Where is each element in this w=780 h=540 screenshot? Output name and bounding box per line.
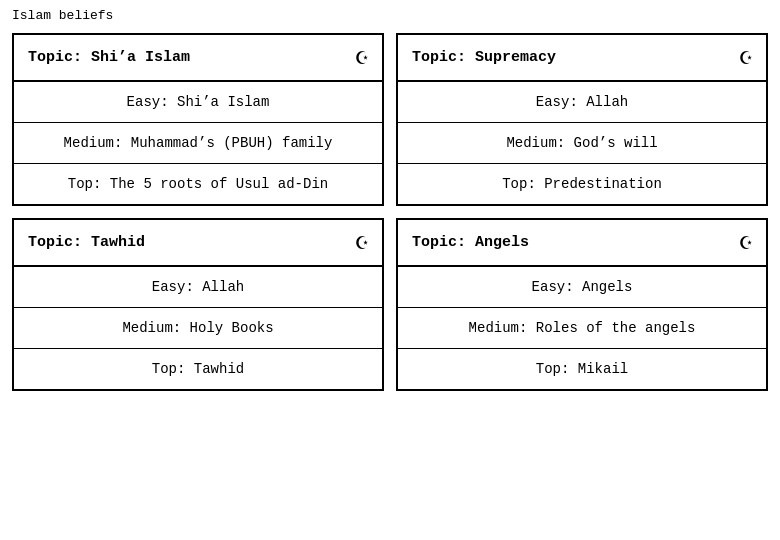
easy-row-shia-islam: Easy: Shi’a Islam xyxy=(14,82,382,123)
card-shia-islam: Topic: Shi’a Islam ☪ Easy: Shi’a Islam M… xyxy=(12,33,384,206)
easy-label-angels: Easy: Angels xyxy=(532,279,633,295)
easy-label-shia-islam: Easy: Shi’a Islam xyxy=(127,94,270,110)
top-label-shia-islam: Top: The 5 roots of Usul ad-Din xyxy=(68,176,328,192)
medium-row-angels: Medium: Roles of the angels xyxy=(398,308,766,349)
card-header-angels: Topic: Angels ☪ xyxy=(398,220,766,267)
crescent-star-icon-4: ☪ xyxy=(740,230,752,255)
topic-label-tawhid: Topic: Tawhid xyxy=(28,234,145,251)
card-supremacy: Topic: Supremacy ☪ Easy: Allah Medium: G… xyxy=(396,33,768,206)
card-header-shia-islam: Topic: Shi’a Islam ☪ xyxy=(14,35,382,82)
top-label-tawhid: Top: Tawhid xyxy=(152,361,244,377)
top-row-angels: Top: Mikail xyxy=(398,349,766,389)
top-label-supremacy: Top: Predestination xyxy=(502,176,662,192)
easy-label-supremacy: Easy: Allah xyxy=(536,94,628,110)
card-tawhid: Topic: Tawhid ☪ Easy: Allah Medium: Holy… xyxy=(12,218,384,391)
easy-row-supremacy: Easy: Allah xyxy=(398,82,766,123)
topic-label-supremacy: Topic: Supremacy xyxy=(412,49,556,66)
card-angels: Topic: Angels ☪ Easy: Angels Medium: Rol… xyxy=(396,218,768,391)
top-label-angels: Top: Mikail xyxy=(536,361,628,377)
top-row-tawhid: Top: Tawhid xyxy=(14,349,382,389)
page-title: Islam beliefs xyxy=(12,8,768,23)
top-row-shia-islam: Top: The 5 roots of Usul ad-Din xyxy=(14,164,382,204)
medium-label-supremacy: Medium: God’s will xyxy=(506,135,657,151)
crescent-star-icon-3: ☪ xyxy=(356,230,368,255)
crescent-star-icon-2: ☪ xyxy=(740,45,752,70)
card-header-supremacy: Topic: Supremacy ☪ xyxy=(398,35,766,82)
easy-label-tawhid: Easy: Allah xyxy=(152,279,244,295)
medium-row-tawhid: Medium: Holy Books xyxy=(14,308,382,349)
easy-row-angels: Easy: Angels xyxy=(398,267,766,308)
top-row-supremacy: Top: Predestination xyxy=(398,164,766,204)
medium-label-shia-islam: Medium: Muhammad’s (PBUH) family xyxy=(64,135,333,151)
crescent-star-icon-1: ☪ xyxy=(356,45,368,70)
card-header-tawhid: Topic: Tawhid ☪ xyxy=(14,220,382,267)
topic-label-angels: Topic: Angels xyxy=(412,234,529,251)
easy-row-tawhid: Easy: Allah xyxy=(14,267,382,308)
medium-label-tawhid: Medium: Holy Books xyxy=(122,320,273,336)
cards-grid: Topic: Shi’a Islam ☪ Easy: Shi’a Islam M… xyxy=(12,33,768,391)
medium-row-shia-islam: Medium: Muhammad’s (PBUH) family xyxy=(14,123,382,164)
medium-label-angels: Medium: Roles of the angels xyxy=(469,320,696,336)
topic-label-shia-islam: Topic: Shi’a Islam xyxy=(28,49,190,66)
medium-row-supremacy: Medium: God’s will xyxy=(398,123,766,164)
